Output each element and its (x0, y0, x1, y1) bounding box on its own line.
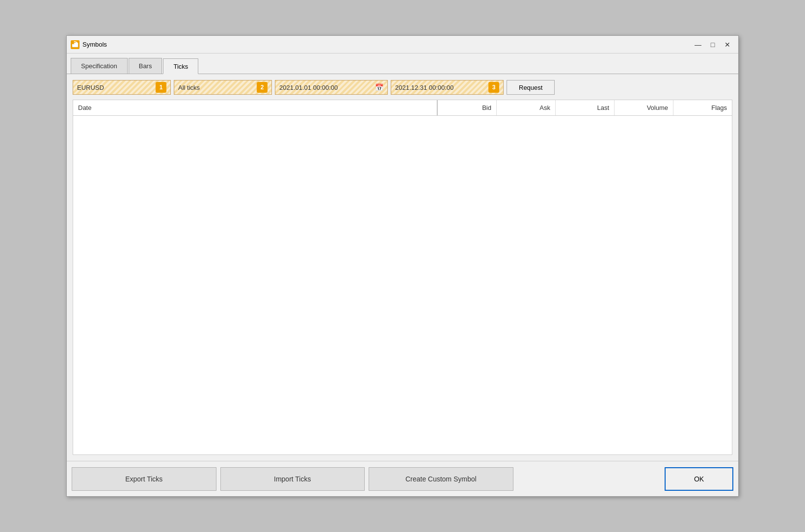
close-button[interactable]: ✕ (721, 39, 734, 50)
table-header: Date Bid Ask Last Volume Flags (73, 100, 732, 116)
maximize-button[interactable]: □ (706, 39, 720, 50)
title-bar-controls: — □ ✕ (691, 39, 734, 50)
calendar-icon[interactable]: 📅 (375, 83, 383, 91)
svg-text:S: S (74, 41, 78, 46)
import-ticks-button[interactable]: Import Ticks (220, 467, 365, 491)
col-header-last: Last (555, 100, 614, 115)
symbol-field[interactable]: EURUSD 1 (73, 80, 171, 95)
bottom-bar: Export Ticks Import Ticks Create Custom … (67, 461, 738, 496)
date-from-field[interactable]: 2021.01.01 00:00:00 📅 (275, 80, 388, 95)
col-header-flags: Flags (673, 100, 732, 115)
app-icon: S (71, 40, 80, 49)
main-window: S Symbols — □ ✕ Specification Bars Ticks… (66, 35, 739, 497)
ticktype-field[interactable]: All ticks 2 (174, 80, 272, 95)
date-to-field[interactable]: 2021.12.31 00:00:00 3 (391, 80, 504, 95)
window-title: Symbols (82, 41, 107, 48)
toolbar-row: EURUSD 1 All ticks 2 2021.01.01 00:00:00… (73, 80, 732, 95)
tab-ticks[interactable]: Ticks (163, 58, 198, 74)
minimize-button[interactable]: — (691, 39, 705, 50)
symbol-badge: 1 (156, 82, 166, 93)
tab-bar: Specification Bars Ticks (67, 53, 738, 74)
ticktype-badge: 2 (257, 82, 268, 93)
ticktype-value: All ticks (178, 84, 257, 91)
data-table: Date Bid Ask Last Volume Flags (73, 100, 732, 455)
tab-bars[interactable]: Bars (129, 58, 162, 74)
export-ticks-button[interactable]: Export Ticks (72, 467, 216, 491)
tab-specification[interactable]: Specification (71, 58, 128, 74)
symbol-value: EURUSD (77, 84, 156, 91)
date-from-value: 2021.01.01 00:00:00 (279, 84, 375, 91)
request-button[interactable]: Request (507, 80, 555, 95)
ok-button[interactable]: OK (665, 467, 733, 491)
content-area: EURUSD 1 All ticks 2 2021.01.01 00:00:00… (67, 74, 738, 461)
col-header-volume: Volume (614, 100, 673, 115)
title-bar-left: S Symbols (71, 40, 107, 49)
title-bar: S Symbols — □ ✕ (67, 36, 738, 53)
col-header-ask: Ask (496, 100, 555, 115)
create-custom-symbol-button[interactable]: Create Custom Symbol (369, 467, 513, 491)
col-header-bid: Bid (437, 100, 496, 115)
date-to-value: 2021.12.31 00:00:00 (395, 84, 488, 91)
date-badge: 3 (488, 82, 499, 93)
col-header-date: Date (73, 100, 437, 115)
